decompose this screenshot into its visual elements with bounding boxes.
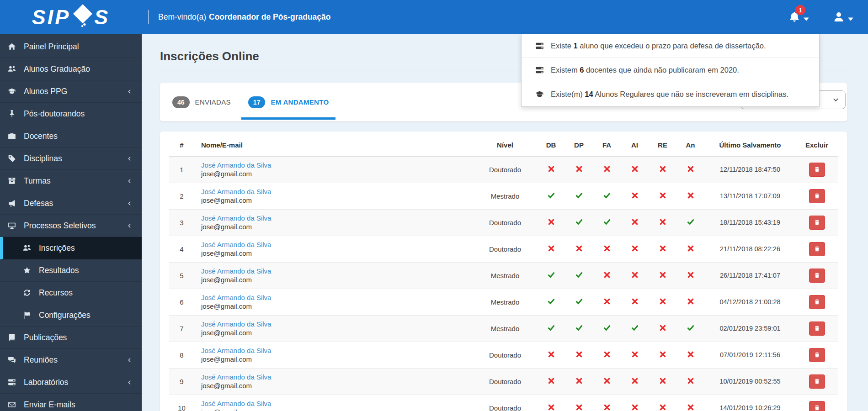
student-name-link[interactable]: José Armando da Silva xyxy=(201,320,473,328)
sidebar-item-recursos[interactable]: Recursos xyxy=(0,282,142,304)
cross-icon xyxy=(659,218,666,226)
student-name-link[interactable]: José Armando da Silva xyxy=(201,241,473,248)
cross-icon xyxy=(687,404,694,411)
status-ai xyxy=(621,315,649,342)
student-name-link[interactable]: José Armando da Silva xyxy=(201,373,473,381)
book-icon xyxy=(7,333,17,342)
sidebar-item-docentes[interactable]: Docentes xyxy=(0,125,142,148)
table-row: 9José Armando da Silvajose@gmail.comDout… xyxy=(169,368,838,395)
sidebar-item-label: Alunos Graduação xyxy=(24,64,133,74)
delete-button[interactable] xyxy=(809,242,825,256)
app-logo-text: SIP S xyxy=(32,4,110,31)
cross-icon xyxy=(659,324,666,332)
delete-button[interactable] xyxy=(809,321,825,336)
column-header-db: DB xyxy=(537,134,565,156)
delete-button[interactable] xyxy=(809,374,825,389)
status-db xyxy=(537,368,565,395)
status-db xyxy=(537,289,565,315)
tab-enviadas[interactable]: 46 ENVIADAS xyxy=(165,83,238,121)
graduation-cap-logo-icon xyxy=(73,4,93,27)
student-name-link[interactable]: José Armando da Silva xyxy=(201,188,473,195)
chevron-left-icon xyxy=(127,178,133,184)
level-cell: Doutorado xyxy=(473,209,537,236)
sidebar-item-publicacoes[interactable]: Publicações xyxy=(0,327,142,349)
sidebar-item-inscricoes[interactable]: Inscrições xyxy=(0,237,142,259)
status-an xyxy=(676,262,704,289)
app-logo[interactable]: SIP S xyxy=(0,4,142,31)
status-ai xyxy=(621,262,649,289)
home-icon xyxy=(7,42,17,51)
delete-button[interactable] xyxy=(809,401,825,411)
row-number: 9 xyxy=(169,368,194,395)
cross-icon xyxy=(631,192,639,199)
tab-label: EM ANDAMENTO xyxy=(271,98,329,106)
student-email: jose@gmail.com xyxy=(201,276,473,284)
sidebar-item-pos-doutorandos[interactable]: Pós-doutorandos xyxy=(0,103,142,125)
sidebar: Painel Principal Alunos Graduação Alunos… xyxy=(0,34,142,411)
row-number: 4 xyxy=(169,236,194,262)
table-row: 10José Armando da Silvajose@gmail.comDou… xyxy=(169,395,838,411)
cross-icon xyxy=(575,351,583,358)
notification-item[interactable]: Existe 1 aluno que excedeu o prazo para … xyxy=(522,34,819,58)
sidebar-item-label: Processos Seletivos xyxy=(24,221,127,231)
sidebar-item-laboratorios[interactable]: Laboratórios xyxy=(0,371,142,394)
caret-down-icon xyxy=(804,17,809,23)
sidebar-item-alunos-ppg[interactable]: Alunos PPG xyxy=(0,80,142,103)
student-name-link[interactable]: José Armando da Silva xyxy=(201,267,473,275)
status-an xyxy=(676,183,704,209)
tab-em-andamento[interactable]: 17 EM ANDAMENTO xyxy=(241,83,336,121)
student-email: jose@gmail.com xyxy=(201,223,473,231)
delete-button[interactable] xyxy=(809,189,825,203)
student-name-link[interactable]: José Armando da Silva xyxy=(201,161,473,169)
row-number: 1 xyxy=(169,156,194,183)
check-icon xyxy=(548,298,555,305)
status-db xyxy=(537,156,565,183)
logo-text-pre: SIP xyxy=(32,7,71,27)
notification-item[interactable]: Existe(m) 14 Alunos Regulares que não se… xyxy=(522,82,819,106)
sidebar-item-configuracoes[interactable]: Configurações xyxy=(0,304,142,327)
user-menu[interactable] xyxy=(833,11,853,23)
cross-icon xyxy=(631,271,639,279)
student-email: jose@gmail.com xyxy=(201,408,473,411)
delete-button[interactable] xyxy=(809,348,825,362)
cross-icon xyxy=(631,351,639,358)
delete-button[interactable] xyxy=(809,163,825,177)
sidebar-item-turmas[interactable]: Turmas xyxy=(0,170,142,192)
notifications-dropdown: Existe 1 aluno que excedeu o prazo para … xyxy=(521,34,820,107)
last-saved: 21/11/2018 08:22:26 xyxy=(704,236,796,262)
notifications-menu[interactable]: 1 xyxy=(788,11,809,23)
delete-button[interactable] xyxy=(809,216,825,230)
check-icon xyxy=(575,271,583,279)
notification-item[interactable]: Existem 6 docentes que ainda não publica… xyxy=(522,58,819,82)
student-email: jose@gmail.com xyxy=(201,170,473,178)
notification-text: Existem 6 docentes que ainda não publica… xyxy=(551,66,739,74)
student-name-link[interactable]: José Armando da Silva xyxy=(201,214,473,222)
student-name-link[interactable]: José Armando da Silva xyxy=(201,294,473,301)
chevron-left-icon xyxy=(127,357,133,363)
sidebar-item-resultados[interactable]: Resultados xyxy=(0,259,142,282)
tab-count-badge: 17 xyxy=(248,96,266,108)
check-icon xyxy=(548,271,555,279)
delete-button[interactable] xyxy=(809,295,825,309)
sidebar-item-processos-seletivos[interactable]: Processos Seletivos xyxy=(0,215,142,237)
sidebar-item-enviar-e-mails[interactable]: Enviar E-mails xyxy=(0,394,142,411)
table-header-row: #Nome/E-mailNívelDBDPFAAIREAnÚltimo Salv… xyxy=(169,134,838,156)
sidebar-item-defesas[interactable]: Defesas xyxy=(0,192,142,215)
sidebar-item-alunos-graduacao[interactable]: Alunos Graduação xyxy=(0,58,142,80)
student-name-link[interactable]: José Armando da Silva xyxy=(201,400,473,407)
sidebar-item-disciplinas[interactable]: Disciplinas xyxy=(0,148,142,170)
status-re xyxy=(649,183,676,209)
delete-button[interactable] xyxy=(809,269,825,283)
sidebar-item-label: Laboratórios xyxy=(24,378,127,387)
check-icon xyxy=(603,192,611,199)
student-name-link[interactable]: José Armando da Silva xyxy=(201,347,473,354)
row-number: 3 xyxy=(169,209,194,236)
sidebar-nav: Painel Principal Alunos Graduação Alunos… xyxy=(0,36,142,411)
column-header-ultimo-salvamento: Último Salvamento xyxy=(704,134,796,156)
status-fa xyxy=(593,342,621,368)
column-header-fa: FA xyxy=(593,134,621,156)
sidebar-item-reunioes[interactable]: Reuniões xyxy=(0,349,142,371)
cross-icon xyxy=(687,351,694,358)
sidebar-item-painel-principal[interactable]: Painel Principal xyxy=(0,36,142,58)
table-row: 5José Armando da Silvajose@gmail.comMest… xyxy=(169,262,838,289)
